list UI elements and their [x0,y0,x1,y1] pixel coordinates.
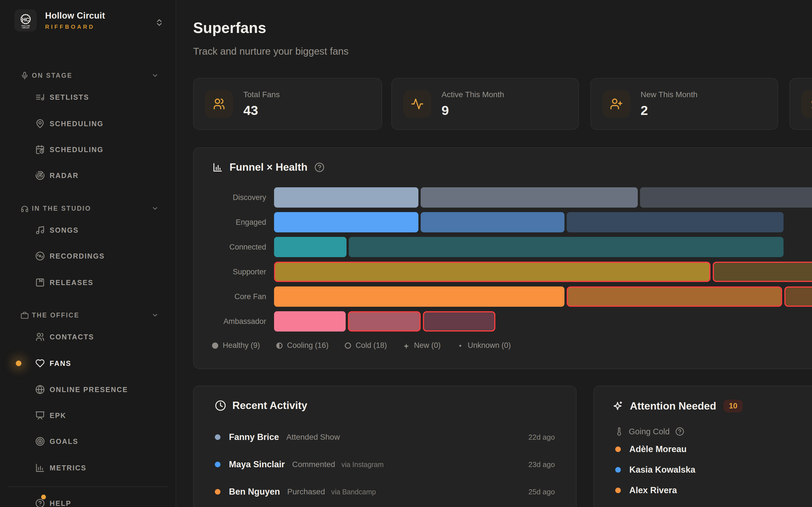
stat-card-new-this-month: New This Month 2 [591,78,778,130]
sidebar-item-songs[interactable]: SONGS [0,217,176,243]
going-cold-fan[interactable]: Kasia Kowalska [615,462,695,478]
funnel-row: Discovery [212,187,812,208]
sidebar-item-scheduling[interactable]: SCHEDULING [0,136,176,163]
funnel-row: Core Fan [212,286,812,307]
sidebar-item-goals[interactable]: GOALS [0,429,176,454]
band-logo: HC HOLLOW CIRCUIT [14,9,37,32]
funnel-segment-healthy[interactable] [274,212,418,232]
band-switcher[interactable]: HC HOLLOW CIRCUIT Hollow Circuit RIFFBOA… [14,9,105,32]
legend-item: Cooling (16) [276,341,328,350]
list-music-icon [35,93,45,102]
activity-row[interactable]: Ben Nguyen Purchased via Bandcamp 25d ag… [215,482,555,502]
funnel-segment-cold[interactable] [784,286,812,307]
funnel-row: Connected [212,237,812,257]
going-cold-label: Going Cold [629,427,670,436]
sidebar-item-setlists[interactable]: SETLISTS [0,84,176,110]
funnel-segment-healthy[interactable] [274,187,418,208]
funnel-bar [274,187,812,208]
band-name: Hollow Circuit [45,11,105,21]
page-subtitle: Track and nurture your biggest fans [193,46,349,57]
funnel-bar [274,237,812,257]
sidebar-item-radar[interactable]: RADAR [0,163,176,188]
status-dot [215,434,220,440]
activity-time: 22d ago [528,433,555,442]
funnel-stage-label: Discovery [212,193,266,202]
funnel-segment-cold[interactable] [640,187,812,208]
funnel-segment-cooling[interactable] [349,237,783,257]
chevron-down-icon [151,72,159,79]
sidebar-item-releases[interactable]: RELEASES [0,270,176,295]
headphones-icon [20,205,29,213]
target-icon [35,437,45,446]
album-icon [35,278,45,287]
funnel-segment-cold[interactable] [567,212,783,232]
activity-row[interactable]: Fanny Brice Attended Show 22d ago [215,427,555,447]
funnel-segment-healthy[interactable] [274,237,347,257]
map-pin-icon [35,119,45,128]
svg-text:CIRCUIT: CIRCUIT [22,26,30,29]
status-dot [615,488,621,493]
funnel-segment-healthy[interactable] [274,286,564,307]
presentation-icon [35,411,45,420]
funnel-panel-title: Funnel × Health [230,161,308,173]
sidebar-item-epk[interactable]: EPK [0,402,176,429]
sidebar-item-recordings[interactable]: RECORDINGS [0,243,176,269]
stat-card-total-fans: Total Fans 43 [193,78,382,130]
legend-outline-glyph [345,342,351,349]
going-cold-fan[interactable]: Adèle Moreau [615,441,687,457]
sidebar-item-help[interactable]: HELP [0,490,176,507]
sidebar-item-online-presence[interactable]: ONLINE PRESENCE [0,377,176,402]
funnel-segment-cooling[interactable] [421,212,564,232]
funnel-segment-cooling[interactable] [567,286,782,307]
activity-channel: via Bandcamp [331,488,376,496]
fan-name: Alex Rivera [629,485,677,496]
svg-text:HC: HC [22,17,29,22]
legend-item: New (0) [403,341,441,350]
funnel-segment-cooling[interactable] [421,187,638,208]
funnel-segment-cooling[interactable] [274,262,711,282]
chevrons-up-down-icon[interactable] [154,15,165,31]
funnel-stage-label: Supporter [212,268,266,276]
recent-activity-title: Recent Activity [232,400,307,411]
funnel-segment-cold[interactable] [423,311,495,332]
activity-icon [403,90,432,118]
activity-action: Attended Show [286,433,340,442]
funnel-stage-label: Engaged [212,218,266,227]
chevron-down-icon [151,312,159,319]
dollar-icon [801,90,812,118]
funnel-row: Ambassador [212,311,812,332]
fan-name: Maya Sinclair [229,459,285,469]
stat-label: New This Month [641,90,698,99]
funnel-segment-healthy[interactable] [274,311,346,332]
sidebar-item-venues[interactable]: SCHEDULING [0,111,176,136]
going-cold-fan[interactable]: Alex Rivera [615,483,677,498]
svg-text:HOLLOW: HOLLOW [21,24,30,26]
activity-action: Commented [292,460,335,469]
legend-label: Cooling (16) [287,341,328,350]
sidebar-item-metrics[interactable]: METRICS [0,455,176,481]
sidebar-item-projects[interactable]: PROJECTS [0,37,176,45]
users-icon [205,90,233,118]
active-indicator-dot [16,360,21,366]
fan-name: Ben Nguyen [229,487,280,497]
funnel-row: Supporter [212,262,812,282]
legend-tinydot-glyph [457,342,463,349]
funnel-segment-cold[interactable] [713,262,812,282]
vinyl-disc-icon [35,251,45,261]
activity-time: 23d ago [528,460,555,469]
funnel-bar [274,311,812,332]
legend-label: Healthy (9) [223,341,260,350]
recent-activity-panel: Recent Activity Fanny Brice Attended Sho… [193,386,576,507]
legend-item: Healthy (9) [212,341,260,350]
sidebar-item-contacts[interactable]: CONTACTS [0,324,176,350]
legend-filled-glyph [212,342,218,349]
legend-item: Cold (18) [345,341,387,350]
funnel-legend: Healthy (9)Cooling (16)Cold (18)New (0)U… [212,341,511,350]
funnel-segment-cooling[interactable] [348,311,421,332]
sidebar-item-fans[interactable]: FANS [0,350,176,376]
funnel-bar [274,262,812,282]
activity-row[interactable]: Maya Sinclair Commented via Instagram 23… [215,455,555,474]
legend-label: New (0) [414,341,441,350]
help-circle-icon[interactable] [314,162,324,172]
help-circle-icon[interactable] [675,427,684,436]
